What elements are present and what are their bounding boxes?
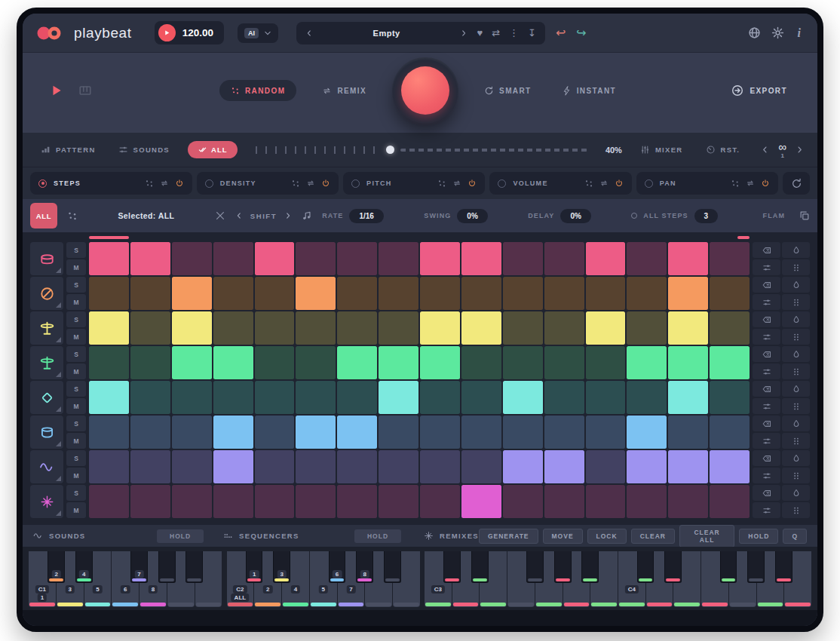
track-icon-cell[interactable] (30, 242, 63, 275)
step-cell[interactable] (379, 242, 418, 275)
step-cell[interactable] (130, 416, 170, 449)
resize-corner-icon[interactable] (56, 441, 61, 446)
globe-icon[interactable] (748, 26, 761, 39)
delay-value[interactable]: 0% (560, 209, 590, 223)
step-cell[interactable] (668, 346, 708, 379)
loop-prev-icon[interactable] (761, 146, 769, 154)
erase-track-button[interactable] (753, 242, 780, 258)
step-cell[interactable] (337, 311, 377, 345)
step-cell[interactable] (296, 485, 336, 518)
erase-track-button[interactable] (753, 311, 780, 327)
mute-button[interactable]: M (66, 433, 86, 449)
step-cell[interactable] (586, 346, 626, 379)
step-cell[interactable] (544, 381, 584, 414)
step-cell[interactable] (130, 277, 170, 310)
mute-button[interactable]: M (66, 329, 86, 345)
step-cell[interactable] (461, 311, 501, 345)
step-cell[interactable] (627, 346, 667, 379)
shuffle-preset-icon[interactable]: ⇄ (492, 27, 500, 38)
play-button[interactable] (158, 24, 176, 41)
step-cell[interactable] (255, 277, 295, 310)
power-icon[interactable] (615, 179, 624, 188)
loop-icon[interactable] (306, 179, 315, 188)
black-key[interactable] (471, 551, 489, 583)
step-cell[interactable] (710, 242, 750, 275)
generate-button[interactable]: GENERATE (479, 529, 538, 544)
preset-menu-icon[interactable]: ⋮ (509, 27, 519, 38)
step-cell[interactable] (627, 242, 667, 275)
favorite-heart-icon[interactable]: ♥ (477, 27, 483, 38)
step-cell[interactable] (213, 485, 253, 518)
step-cell[interactable] (586, 485, 626, 518)
step-cell[interactable] (420, 277, 460, 310)
step-cell[interactable] (337, 381, 377, 414)
black-key[interactable] (185, 551, 203, 583)
step-cell[interactable] (627, 485, 667, 518)
lock-button[interactable]: LOCK (587, 529, 627, 544)
swing-value[interactable]: 0% (457, 209, 487, 223)
param-enable-radio[interactable] (351, 179, 360, 188)
track-drag-handle[interactable] (782, 433, 810, 449)
step-cell[interactable] (89, 242, 129, 275)
rate-value[interactable]: 1/16 (349, 209, 383, 223)
step-cell[interactable] (379, 416, 418, 449)
track-drag-handle[interactable] (782, 468, 810, 483)
track-icon-cell[interactable] (30, 485, 63, 518)
step-cell[interactable] (668, 416, 708, 449)
step-cell[interactable] (130, 242, 170, 275)
solo-button[interactable]: S (66, 450, 86, 466)
step-cell[interactable] (255, 381, 295, 414)
step-cell[interactable] (130, 485, 170, 518)
step-cell[interactable] (710, 346, 750, 379)
step-cell[interactable] (461, 450, 501, 483)
resize-corner-icon[interactable] (56, 372, 61, 377)
step-cell[interactable] (544, 416, 584, 449)
step-cell[interactable] (130, 311, 170, 345)
step-cell[interactable] (213, 416, 253, 449)
step-cell[interactable] (544, 277, 584, 310)
humanize-button[interactable] (782, 416, 810, 431)
step-cell[interactable] (668, 381, 708, 414)
step-cell[interactable] (461, 416, 501, 449)
step-cell[interactable] (89, 311, 129, 345)
step-cell[interactable] (255, 346, 295, 379)
tab-pattern[interactable]: PATTERN (36, 144, 100, 155)
step-cell[interactable] (130, 450, 170, 483)
track-filter-button[interactable] (753, 294, 780, 310)
step-cell[interactable] (296, 416, 336, 449)
solo-button[interactable]: S (66, 381, 86, 397)
step-cell[interactable] (130, 381, 170, 414)
solo-button[interactable]: S (66, 311, 86, 327)
step-cell[interactable] (172, 485, 212, 518)
hold-button[interactable]: HOLD (739, 529, 778, 544)
solo-button[interactable]: S (66, 242, 86, 258)
humanize-button[interactable] (782, 346, 810, 362)
black-key[interactable]: 1 (246, 551, 263, 583)
resize-corner-icon[interactable] (56, 406, 61, 412)
step-cell[interactable] (627, 311, 667, 345)
black-key[interactable] (443, 551, 461, 583)
track-filter-button[interactable] (753, 502, 780, 518)
step-cell[interactable] (420, 311, 460, 345)
step-cell[interactable] (668, 450, 708, 483)
ai-dropdown[interactable]: AI (238, 23, 278, 43)
step-cell[interactable] (255, 485, 295, 518)
move-button[interactable]: MOVE (543, 529, 583, 544)
power-icon[interactable] (175, 179, 184, 188)
solo-button[interactable]: S (66, 346, 86, 362)
hold-sounds-button[interactable]: HOLD (157, 529, 204, 543)
shift-left-icon[interactable] (235, 212, 243, 219)
step-cell[interactable] (668, 485, 708, 518)
panel-pitch[interactable]: PITCH (343, 172, 485, 195)
step-cell[interactable] (89, 485, 129, 518)
track-drag-handle[interactable] (782, 259, 810, 275)
humanize-button[interactable] (782, 485, 810, 501)
step-cell[interactable] (213, 311, 253, 345)
param-enable-radio[interactable] (498, 179, 506, 188)
step-cell[interactable] (255, 242, 295, 275)
step-cell[interactable] (255, 450, 295, 483)
black-key[interactable] (158, 551, 176, 583)
step-cell[interactable] (172, 277, 212, 310)
step-cell[interactable] (503, 242, 543, 275)
erase-track-button[interactable] (753, 416, 780, 431)
